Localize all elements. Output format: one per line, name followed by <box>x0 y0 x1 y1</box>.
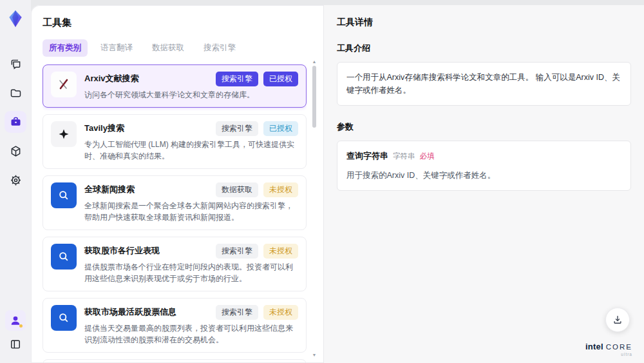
ultra-label: ultra <box>585 352 632 357</box>
scrollbar-thumb[interactable] <box>312 66 316 128</box>
category-badge: 搜索引擎 <box>216 121 258 136</box>
scroll-up-icon[interactable]: ▲ <box>311 59 317 64</box>
panel-icon <box>9 338 22 351</box>
tool-description: 全球新闻搜索是一个聚合全球各大新闻网站内容的搜索引擎，帮助用户快速获取全球最新资… <box>84 200 298 223</box>
status-dot <box>19 324 23 328</box>
tool-card-region-news[interactable]: 万维地区新闻查询 搜索引擎 未授权 查询具体行政区划内的新闻，快速了解各地新闻动 <box>43 359 307 362</box>
tool-intro-box: 一个用于从Arxiv存储库搜索科学论文和文章的工具。 输入可以是Arxiv ID… <box>337 62 631 106</box>
intel-core-logo: intel CORE ultra <box>585 342 632 357</box>
download-icon <box>612 314 623 326</box>
sidebar-item-models[interactable] <box>5 140 26 162</box>
auth-badge: 已授权 <box>263 72 298 86</box>
gear-icon <box>9 173 23 187</box>
detail-title: 工具详情 <box>337 17 631 28</box>
tool-list: Arxiv文献搜索 搜索引擎 已授权 访问各个研究领域大量科学论文和文章的存储库… <box>43 64 307 362</box>
sidebar-toggle-button[interactable] <box>5 333 26 355</box>
chat-icon <box>9 57 23 71</box>
sidebar-item-chat[interactable] <box>5 53 26 75</box>
tool-card-global-news[interactable]: 全球新闻搜索 数据获取 未授权 全球新闻搜索是一个聚合全球各大新闻网站内容的搜索… <box>43 175 307 230</box>
category-badge: 数据获取 <box>216 182 258 197</box>
app-logo <box>5 8 26 30</box>
intel-wordmark: intel <box>585 342 603 351</box>
tab-all-categories[interactable]: 所有类别 <box>43 39 88 57</box>
tavily-icon <box>51 121 77 147</box>
param-description: 用于搜索的Arxiv ID、关键字或作者姓名。 <box>346 169 621 182</box>
tool-card-tavily[interactable]: Tavily搜索 搜索引擎 已授权 专为人工智能代理 (LLM) 构建的搜索引擎… <box>43 114 307 169</box>
tools-panel: 工具集 所有类别 语言翻译 数据获取 搜索引擎 Arxiv文献搜索 <box>31 5 323 363</box>
scroll-down-icon[interactable]: ▼ <box>311 353 317 358</box>
news-search-icon <box>51 182 77 208</box>
tab-data-fetch[interactable]: 数据获取 <box>146 39 191 57</box>
tool-card-arxiv[interactable]: Arxiv文献搜索 搜索引擎 已授权 访问各个研究领域大量科学论文和文章的存储库… <box>43 64 307 108</box>
tab-translation[interactable]: 语言翻译 <box>94 39 139 57</box>
stock-search-icon <box>51 244 77 270</box>
category-badge: 搜索引擎 <box>216 244 258 259</box>
intro-section-title: 工具介绍 <box>337 43 631 54</box>
param-type: 字符串 <box>393 150 415 162</box>
folder-icon <box>9 86 23 100</box>
arxiv-icon <box>51 72 77 97</box>
category-badge: 搜索引擎 <box>216 72 258 86</box>
user-avatar-button[interactable] <box>5 310 26 331</box>
auth-badge: 未授权 <box>263 244 298 259</box>
category-tabs: 所有类别 语言翻译 数据获取 搜索引擎 <box>43 39 307 57</box>
toolbox-icon <box>9 115 23 129</box>
tool-card-most-active-stocks[interactable]: 获取市场最活跃股票信息 搜索引擎 未授权 提供当天交易量最高的股票列表，投资者可… <box>43 298 307 353</box>
stock-search-icon <box>51 305 77 331</box>
tool-card-sector-performance[interactable]: 获取股市各行业表现 搜索引擎 未授权 提供股票市场各个行业在特定时间段内的表现。… <box>43 237 307 291</box>
cube-icon <box>9 144 23 158</box>
tool-title: 全球新闻搜索 <box>84 182 211 195</box>
tool-title: Arxiv文献搜索 <box>84 72 211 84</box>
tool-title: 获取市场最活跃股票信息 <box>84 305 211 318</box>
category-badge: 搜索引擎 <box>216 305 258 320</box>
tool-description: 专为人工智能代理 (LLM) 构建的搜索引擎工具，可快速提供实时、准确和真实的结… <box>84 139 298 162</box>
param-required-badge: 必填 <box>420 150 435 162</box>
auth-badge: 未授权 <box>263 182 298 197</box>
main-panel: 工具集 所有类别 语言翻译 数据获取 搜索引擎 Arxiv文献搜索 <box>31 5 644 363</box>
list-scrollbar: ▲ ▼ <box>311 59 317 358</box>
tool-description: 提供股票市场各个行业在特定时间段内的表现。投资者可以利用这些信息来识别表现优于或… <box>84 261 298 284</box>
sidebar-item-toolbox[interactable] <box>5 111 26 133</box>
sidebar-item-settings[interactable] <box>5 169 26 191</box>
params-section-title: 参数 <box>337 121 631 133</box>
param-name: 查询字符串 <box>346 150 388 163</box>
tool-description: 提供当天交易量最高的股票列表，投资者可以利用这些信息来识别流动性强的股票和潜在的… <box>84 322 298 346</box>
sidebar-rail <box>0 0 31 363</box>
tool-title: 获取股市各行业表现 <box>84 244 211 257</box>
core-wordmark: CORE <box>606 343 632 351</box>
auth-badge: 已授权 <box>263 121 298 136</box>
tab-search-engine[interactable]: 搜索引擎 <box>197 39 242 57</box>
auth-badge: 未授权 <box>263 305 298 320</box>
param-box: 查询字符串 字符串 必填 用于搜索的Arxiv ID、关键字或作者姓名。 <box>337 141 631 191</box>
sidebar-item-files[interactable] <box>5 82 26 104</box>
tool-detail-panel: 工具详情 工具介绍 一个用于从Arxiv存储库搜索科学论文和文章的工具。 输入可… <box>323 5 644 363</box>
download-button[interactable] <box>605 308 630 332</box>
tool-description: 访问各个研究领域大量科学论文和文章的存储库。 <box>84 89 298 101</box>
tool-title: Tavily搜索 <box>84 121 211 134</box>
page-title: 工具集 <box>43 17 307 29</box>
